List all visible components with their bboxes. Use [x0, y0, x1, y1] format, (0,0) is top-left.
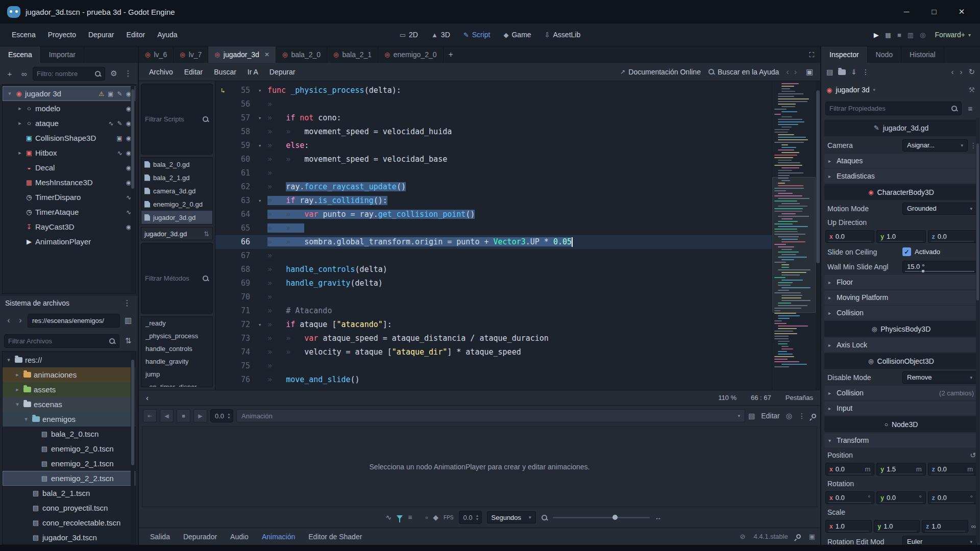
- history-back-icon[interactable]: ‹: [951, 67, 953, 77]
- split-view-icon[interactable]: ▥: [122, 316, 134, 325]
- menu-ayuda[interactable]: Ayuda: [152, 28, 183, 42]
- script-item-enemigo-2-0-gd[interactable]: enemigo_2_0.gd: [141, 197, 212, 211]
- code-line-55[interactable]: ↳55▾func _physics_process(delta):: [215, 84, 772, 97]
- scene-tab-jugador-3d[interactable]: ◎jugador_3d✕: [208, 46, 276, 63]
- zoom-level[interactable]: 110 %: [718, 394, 737, 402]
- scene-tree-scrollbar[interactable]: [131, 85, 135, 293]
- dropdown-disable-mode[interactable]: Remove▾: [902, 371, 977, 384]
- group-collision[interactable]: ▸Collision(2 cambios): [824, 386, 978, 400]
- axis-field-x[interactable]: x0.0°: [825, 491, 874, 504]
- fit-timeline-icon[interactable]: ↔: [655, 513, 662, 521]
- scene-filter-input[interactable]: [37, 70, 91, 78]
- scene-tab-lv-7[interactable]: ◎lv_7: [174, 46, 208, 63]
- indent-mode[interactable]: Pestañas: [786, 394, 813, 402]
- code-line-72[interactable]: 72▾» if ataque ["atacando"]:: [215, 318, 772, 332]
- inspector-tab-historial[interactable]: Historial: [901, 46, 944, 63]
- warning-icon[interactable]: ⚠: [99, 90, 104, 97]
- code-line-58[interactable]: 58» » movement_speed = velocidad_huida: [215, 125, 772, 139]
- code-line-56[interactable]: 56»: [215, 97, 772, 111]
- animation-name-dropdown[interactable]: Animación ▾: [236, 409, 745, 422]
- scene-tab-bala-2-1[interactable]: ◎bala_2_1: [327, 46, 378, 63]
- scene-tab-lv-6[interactable]: ◎lv_6: [139, 46, 174, 63]
- file-jugador-3d-tscn[interactable]: ▤jugador_3d.tscn: [3, 530, 135, 545]
- new-resource-icon[interactable]: ▤: [826, 68, 833, 76]
- script-menu-ir-a[interactable]: Ir A: [242, 66, 263, 78]
- anim-play-backwards-end-button[interactable]: ⇤: [143, 409, 157, 422]
- spinbox-arrows-icon[interactable]: ▲▼: [227, 412, 231, 419]
- method-item-handle-controls[interactable]: handle_controls: [141, 342, 212, 355]
- code-line-76[interactable]: 76» move_and_slide(): [215, 373, 772, 387]
- axis-field-y[interactable]: y1.5m: [876, 463, 925, 475]
- method-item-ready[interactable]: _ready: [141, 317, 212, 330]
- inspector-tab-nodo[interactable]: Nodo: [868, 46, 901, 63]
- axis-field-y[interactable]: y0.0°: [876, 491, 925, 504]
- slider-handle[interactable]: [612, 515, 618, 520]
- current-script-row[interactable]: jugador_3d.gd ⇅: [141, 227, 213, 240]
- scene-node-collisionshape3d[interactable]: ▣CollisionShape3D▣◉: [3, 131, 135, 145]
- snap-step-spinbox[interactable]: 0.0 ▲▼: [459, 511, 482, 524]
- online-docs-button[interactable]: ↗ Documentación Online: [620, 68, 701, 76]
- extra-tools-icon[interactable]: ⚒: [968, 86, 975, 94]
- code-line-68[interactable]: 68» handle_controls(delta): [215, 263, 772, 277]
- tree-arrow-icon[interactable]: ▸: [13, 371, 21, 378]
- script-menu-buscar[interactable]: Buscar: [209, 66, 241, 78]
- filesystem-scrollbar[interactable]: [131, 352, 135, 544]
- fps-toggle[interactable]: FPS: [444, 515, 453, 520]
- bottom-tab-audio[interactable]: Audio: [224, 530, 255, 543]
- mute-notifications-icon[interactable]: ⊘: [740, 533, 746, 540]
- history-forward-icon[interactable]: ›: [794, 67, 797, 77]
- scene-node-modelo[interactable]: ▸○modelo◉: [3, 101, 135, 116]
- scene-options-icon[interactable]: ⚙: [108, 69, 119, 78]
- bottom-tab-animaci-n[interactable]: Animación: [256, 530, 301, 543]
- code-line-65[interactable]: 65» »: [215, 221, 772, 235]
- inspector-tab-inspector[interactable]: Inspector: [821, 46, 868, 63]
- assign-button[interactable]: Asignar...▾: [902, 139, 968, 152]
- file-cono-recolectable-tscn[interactable]: ▤cono_recolectable.tscn: [3, 515, 135, 530]
- fold-toggle-icon[interactable]: ▾: [252, 111, 267, 125]
- scene-node-timerataque[interactable]: ◷TimerAtaque∿: [3, 205, 135, 219]
- minimize-button[interactable]: ─: [899, 7, 914, 16]
- close-button[interactable]: ✕: [954, 7, 969, 16]
- fold-toggle-icon[interactable]: ▾: [252, 318, 267, 332]
- scene-node-raycast3d[interactable]: ↧RayCast3D◉: [3, 219, 135, 234]
- file-bala-2-1-tscn[interactable]: ▤bala_2_1.tscn: [3, 486, 135, 500]
- code-minimap[interactable]: [772, 81, 816, 390]
- menu-editor[interactable]: Editor: [121, 28, 151, 42]
- collapse-panel-icon[interactable]: ‹: [146, 393, 149, 402]
- anim-play-backwards-button[interactable]: ◀: [160, 409, 174, 422]
- anim-time-spinbox[interactable]: 0.0 ▲▼: [210, 409, 233, 422]
- bottom-tab-salida[interactable]: Salida: [144, 530, 176, 543]
- stop-button[interactable]: ■: [897, 31, 900, 39]
- fold-toggle-icon[interactable]: ▾: [252, 139, 267, 153]
- line-col-indicator[interactable]: 66 : 67: [751, 394, 771, 402]
- file-res[interactable]: ▾res://: [3, 353, 135, 367]
- scene-node-animationplayer[interactable]: ▶AnimationPlayer: [3, 234, 135, 249]
- axis-field-x[interactable]: x0.0: [825, 230, 874, 243]
- search-help-button[interactable]: Buscar en la Ayuda: [708, 68, 779, 76]
- minimap-viewport[interactable]: [772, 177, 816, 313]
- group-axis-lock[interactable]: ▸Axis Lock: [824, 338, 978, 352]
- sort-files-icon[interactable]: ⇅: [122, 336, 134, 345]
- axis-field-y[interactable]: y1.0: [874, 520, 920, 533]
- timeline-zoom-slider[interactable]: [553, 517, 650, 518]
- anim-menu-icon[interactable]: ⋮: [798, 412, 805, 420]
- group-moving-platform[interactable]: ▸Moving Platform: [824, 290, 978, 305]
- history-forward-icon[interactable]: ›: [960, 67, 962, 77]
- pin-icon[interactable]: [811, 413, 817, 419]
- file-filter-input[interactable]: [8, 337, 106, 345]
- fold-toggle-icon[interactable]: ▾: [252, 194, 267, 208]
- code-editor[interactable]: ↳55▾func _physics_process(delta):56» 57▾…: [215, 81, 820, 390]
- group-collision[interactable]: ▸Collision: [824, 306, 978, 320]
- play-button[interactable]: ▶: [874, 31, 878, 39]
- scene-tab-enemigo-2-0[interactable]: ◎enemigo_2_0: [378, 46, 443, 63]
- dock-tab-escena[interactable]: Escena: [0, 46, 41, 63]
- method-item-jump[interactable]: jump: [141, 368, 212, 381]
- inspector-scrollbar[interactable]: [976, 118, 979, 543]
- pin-icon[interactable]: [795, 533, 802, 540]
- script-icon[interactable]: ✎: [117, 90, 122, 97]
- scene-node-decal[interactable]: ◒Decal◉: [3, 160, 135, 175]
- tree-arrow-icon[interactable]: ▸: [13, 386, 21, 393]
- dropdown-motion-mode[interactable]: Grounded▾: [902, 203, 977, 215]
- fold-toggle-icon[interactable]: ▾: [252, 84, 267, 97]
- file-enemigo-2-2-tscn[interactable]: ▤enemigo_2_2.tscn: [3, 471, 135, 486]
